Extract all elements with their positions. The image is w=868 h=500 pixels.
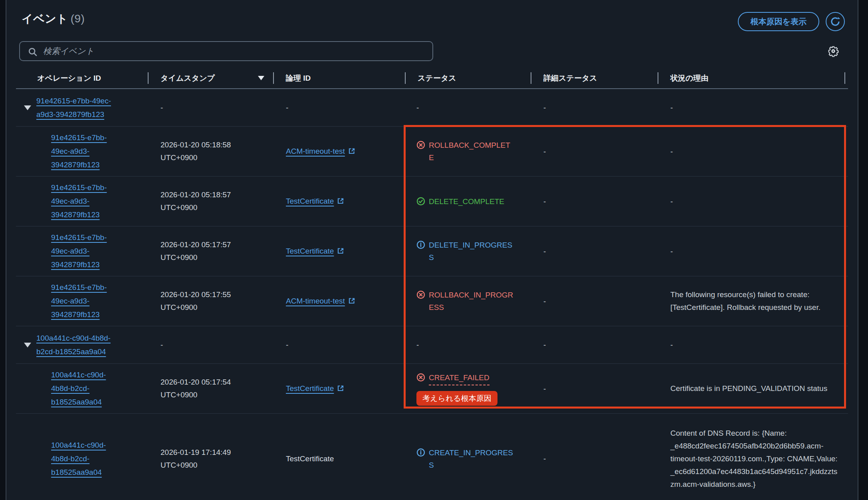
status-popover-trigger[interactable]: CREATE_FAILED	[416, 371, 489, 385]
search-icon	[28, 47, 38, 57]
preferences-gear-icon[interactable]	[827, 45, 839, 57]
status-reason-empty: -	[670, 245, 673, 258]
detailed-status-empty: -	[543, 339, 546, 351]
collapse-caret-icon[interactable]	[24, 105, 31, 110]
status-label: CREATE_IN_PROGRESS	[429, 446, 513, 471]
success-status-icon	[416, 197, 425, 206]
table-row-event: 91e42615-e7bb-49ec-a9d3-3942879fb123 202…	[16, 177, 848, 226]
status-label: DELETE_COMPLETE	[429, 195, 504, 208]
operation-id-link[interactable]: 91e42615-e7bb-49ec-a9d3-3942879fb123	[51, 131, 112, 172]
status-reason-empty: -	[670, 145, 673, 158]
detailed-status-empty: -	[543, 195, 546, 208]
timestamp: 2026-01-20 05:18:58 UTC+0900	[161, 139, 252, 164]
detailed-status-empty: -	[543, 295, 546, 308]
status-reason-empty: -	[670, 339, 673, 351]
logical-id-link[interactable]: TestCertificate	[286, 382, 345, 395]
status-reason: Content of DNS Record is: {Name: _e488cd…	[670, 427, 841, 491]
timestamp: 2026-01-20 05:17:55 UTC+0900	[161, 288, 252, 314]
info-status-icon	[416, 448, 425, 457]
timestamp: 2026-01-20 05:17:57 UTC+0900	[161, 238, 252, 264]
status-label: ROLLBACK_COMPLETE	[429, 139, 513, 164]
timestamp-empty: -	[161, 101, 163, 114]
search-box[interactable]	[19, 41, 433, 61]
timestamp: 2026-01-20 05:18:57 UTC+0900	[161, 188, 252, 214]
search-row	[19, 41, 848, 61]
logical-id-text: TestCertificate	[286, 452, 334, 465]
table-row-operation-group: 100a441c-c90d-4b8d-b2cd-b18525aa9a04 - -…	[16, 326, 848, 364]
detailed-status-empty: -	[543, 383, 546, 395]
page-title-text: イベント	[22, 12, 68, 25]
external-link-icon	[337, 197, 345, 205]
operation-id-link[interactable]: 91e42615-e7bb-49ec-a9d3-3942879fb123	[51, 181, 112, 222]
column-header-logical-id[interactable]: 論理 ID	[273, 68, 405, 88]
status-label: DELETE_IN_PROGRESS	[429, 239, 513, 264]
table-row-event: 100a441c-c90d-4b8d-b2cd-b18525aa9a04 202…	[16, 364, 848, 414]
logical-id-empty: -	[286, 101, 288, 114]
status-reason-empty: -	[670, 195, 673, 208]
refresh-icon	[830, 16, 840, 27]
operation-id-link[interactable]: 100a441c-c90d-4b8d-b2cd-b18525aa9a04	[51, 368, 112, 409]
info-status-icon	[416, 240, 425, 249]
column-header-status[interactable]: ステータス	[405, 68, 531, 88]
table-row-operation-group: 91e42615-e7bb-49ec-a9d3-3942879fb123 - -…	[16, 89, 848, 127]
status-reason: Certificate is in PENDING_VALIDATION sta…	[670, 382, 827, 395]
external-link-icon	[337, 247, 345, 255]
header-actions: 根本原因を表示	[738, 12, 845, 31]
external-link-icon	[337, 384, 345, 392]
table-row-event: 91e42615-e7bb-49ec-a9d3-3942879fb123 202…	[16, 226, 848, 276]
logical-id-link[interactable]: ACM-timeout-test	[286, 294, 356, 308]
error-status-icon	[416, 141, 425, 149]
search-input[interactable]	[20, 42, 432, 60]
table-row-event: 91e42615-e7bb-49ec-a9d3-3942879fb123 202…	[16, 276, 848, 326]
external-link-icon	[348, 147, 356, 155]
status-label: ROLLBACK_IN_PROGRESS	[429, 289, 513, 313]
operation-id-link[interactable]: 91e42615-e7bb-49ec-a9d3-3942879fb123	[51, 231, 112, 272]
logical-id-link[interactable]: ACM-timeout-test	[286, 145, 356, 158]
panel-header: イベント(9) 根本原因を表示	[16, 0, 848, 31]
external-link-icon	[348, 297, 356, 305]
error-status-icon	[416, 290, 425, 299]
sort-descending-icon	[258, 76, 264, 80]
status-reason: The following resource(s) failed to crea…	[670, 288, 841, 314]
possible-root-cause-badge[interactable]: 考えられる根本原因	[416, 391, 497, 406]
logical-id-link[interactable]: TestCertificate	[286, 244, 345, 258]
operation-id-link[interactable]: 100a441c-c90d-4b8d-b2cd-b18525aa9a04	[36, 331, 118, 359]
detailed-status-empty: -	[543, 245, 546, 258]
operation-id-link[interactable]: 100a441c-c90d-4b8d-b2cd-b18525aa9a04	[51, 438, 112, 479]
status-label: CREATE_FAILED	[429, 371, 489, 385]
show-root-cause-button[interactable]: 根本原因を表示	[738, 12, 819, 31]
events-panel: イベント(9) 根本原因を表示 オペレーション I	[6, 0, 858, 500]
timestamp: 2026-01-19 17:14:49 UTC+0900	[161, 446, 252, 472]
column-header-timestamp[interactable]: タイムスタンプ	[148, 68, 273, 88]
detailed-status-empty: -	[543, 145, 546, 158]
column-header-status-reason[interactable]: 状況の理由	[658, 68, 846, 88]
timestamp: 2026-01-20 05:17:54 UTC+0900	[161, 376, 252, 401]
events-count: (9)	[71, 12, 85, 25]
page-title: イベント(9)	[22, 11, 85, 26]
column-header-operation-id[interactable]: オペレーション ID	[16, 68, 148, 88]
detailed-status-empty: -	[543, 452, 546, 465]
status-reason-empty: -	[670, 101, 673, 114]
refresh-button[interactable]	[826, 12, 845, 31]
logical-id-link[interactable]: TestCertificate	[286, 194, 345, 208]
error-status-icon	[416, 373, 425, 382]
operation-id-link[interactable]: 91e42615-e7bb-49ec-a9d3-3942879fb123	[51, 281, 112, 321]
table-row-event: 100a441c-c90d-4b8d-b2cd-b18525aa9a04 202…	[16, 414, 848, 500]
operation-id-link[interactable]: 91e42615-e7bb-49ec-a9d3-3942879fb123	[36, 94, 118, 121]
table-header-row: オペレーション ID タイムスタンプ 論理 ID ステータス 詳細ステータス 状…	[16, 68, 848, 89]
logical-id-empty: -	[286, 339, 288, 351]
table-row-event: 91e42615-e7bb-49ec-a9d3-3942879fb123 202…	[16, 127, 848, 177]
status-empty: -	[416, 101, 419, 114]
column-header-detailed-status[interactable]: 詳細ステータス	[531, 68, 658, 88]
collapse-caret-icon[interactable]	[24, 343, 31, 347]
detailed-status-empty: -	[543, 101, 546, 114]
timestamp-empty: -	[161, 339, 163, 351]
status-empty: -	[416, 339, 419, 351]
